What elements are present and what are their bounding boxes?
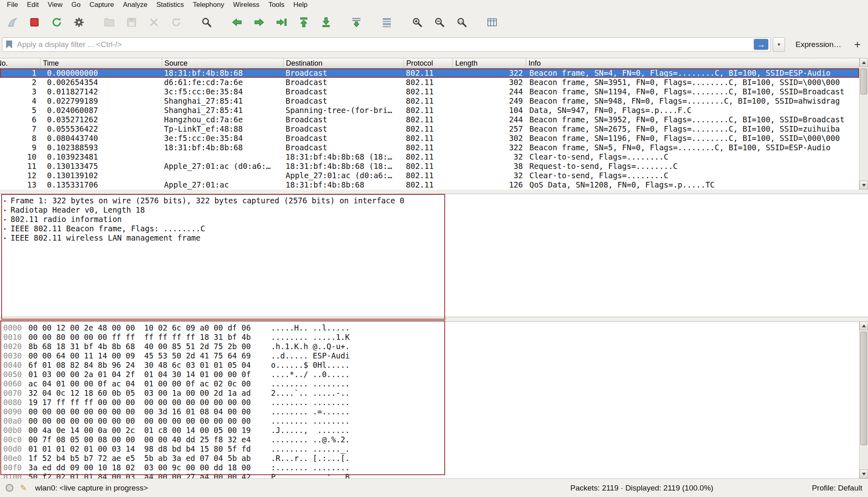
detail-line-1[interactable]: ▸Frame 1: 322 bytes on wire (2576 bits),…	[0, 196, 868, 205]
packet-row-9[interactable]: 90.10238859318:31:bf:4b:8b:68Broadcast80…	[0, 143, 859, 152]
zoom-original-button[interactable]: 1:1	[453, 13, 471, 31]
menu-edit[interactable]: Edit	[22, 0, 43, 10]
find-packet-button[interactable]	[198, 13, 215, 31]
expert-info-icon[interactable]	[6, 484, 13, 492]
capture-options-button[interactable]	[70, 13, 88, 31]
hex-row-0020[interactable]: 00208b 68 18 31 bf 4b 8b 68 40 00 85 51 …	[0, 342, 859, 351]
go-first-button[interactable]	[295, 13, 313, 31]
hex-bytes[interactable]: 32 04 0c 12 18 60 0b 05 03 00 1a 00 00 2…	[28, 388, 251, 397]
detail-line-3[interactable]: ▸802.11 radio information	[0, 215, 868, 224]
scroll-down-button[interactable]	[859, 181, 868, 190]
hex-row-0040[interactable]: 00406f 01 08 82 84 8b 96 24 30 48 6c 03 …	[0, 360, 859, 370]
go-back-button[interactable]	[228, 13, 246, 31]
hex-row-0030[interactable]: 003000 00 64 00 11 14 00 09 45 53 50 2d …	[0, 351, 859, 360]
hex-scrollbar[interactable]	[859, 321, 868, 478]
hex-ascii[interactable]: ..d..... ESP-Audi	[271, 351, 350, 360]
packet-row-11[interactable]: 110.130133475Apple_27:01:ac (d0:a6:…18:3…	[0, 162, 859, 171]
hex-ascii[interactable]: ........ ........	[271, 398, 350, 407]
packet-row-4[interactable]: 40.022799189Shanghai_27:85:41Broadcast80…	[0, 96, 859, 106]
hex-bytes[interactable]: 00 00 64 00 11 14 00 09 45 53 50 2d 41 7…	[28, 351, 251, 360]
hex-row-0010[interactable]: 001000 00 80 00 00 00 ff ff ff ff ff ff …	[0, 333, 859, 342]
hex-bytes[interactable]: 00 00 12 00 2e 48 00 00 10 02 6c 09 a0 0…	[28, 323, 251, 332]
hex-ascii[interactable]: o......$ 0Hl.....	[271, 360, 350, 369]
hex-row-0070[interactable]: 007032 04 0c 12 18 60 0b 05 03 00 1a 00 …	[0, 388, 859, 398]
detail-line-5[interactable]: ▸IEEE 802.11 wireless LAN management fra…	[0, 233, 868, 243]
hex-ascii[interactable]: .h.1.K.h @..Q-u+.	[271, 342, 350, 351]
hex-row-0000[interactable]: 000000 00 12 00 2e 48 00 00 10 02 6c 09 …	[0, 323, 859, 333]
expander-icon[interactable]: ▸	[0, 233, 11, 243]
hex-ascii[interactable]: ....*../ ..0.....	[271, 370, 350, 379]
hex-row-0090[interactable]: 009000 00 00 00 00 00 00 00 00 3d 16 01 …	[0, 407, 859, 416]
expander-icon[interactable]: ▸	[0, 205, 11, 215]
splitter-handle-icon[interactable]	[422, 319, 446, 320]
column-header-length[interactable]: Length	[453, 58, 526, 68]
hex-bytes[interactable]: 01 01 01 02 01 00 03 14 98 d8 bd b4 15 8…	[28, 444, 251, 453]
packet-list-scrollbar[interactable]	[859, 58, 868, 190]
packet-row-13[interactable]: 130.135331706Apple_27:01:ac18:31:bf:4b:8…	[0, 180, 859, 190]
scroll-thumb[interactable]	[860, 332, 867, 445]
hex-bytes[interactable]: 6f 01 08 82 84 8b 96 24 30 48 6c 03 01 0…	[28, 360, 251, 369]
hex-bytes[interactable]: ac 04 01 00 00 0f ac 04 01 00 00 0f ac 0…	[28, 379, 251, 388]
capture-restart-button[interactable]	[48, 13, 66, 31]
hex-row-0100[interactable]: 010050 f2 02 01 01 84 00 03 a4 00 00 27 …	[0, 472, 859, 478]
menu-statistics[interactable]: Statistics	[152, 0, 188, 10]
packet-row-8[interactable]: 80.0804437403e:f5:cc:0e:35:84Broadcast80…	[0, 134, 859, 143]
column-header-destination[interactable]: Destination	[284, 58, 404, 68]
packet-row-10[interactable]: 100.10392348118:31:bf:4b:8b:68 (18:…802.…	[0, 152, 859, 162]
zoom-out-button[interactable]	[431, 13, 448, 31]
scroll-up-button[interactable]	[859, 321, 868, 330]
pane-splitter[interactable]	[0, 317, 868, 321]
column-header-info[interactable]: Info	[526, 58, 859, 68]
filter-bookmark-icon[interactable]	[6, 41, 12, 49]
hex-bytes[interactable]: 00 00 00 00 00 00 00 00 00 3d 16 01 08 0…	[28, 407, 251, 416]
hex-bytes[interactable]: 00 00 80 00 00 00 ff ff ff ff ff ff 18 3…	[28, 333, 251, 341]
hex-row-00b0[interactable]: 00b000 4a 0e 14 00 0a 00 2c 01 c8 00 14 …	[0, 426, 859, 435]
hex-row-00a0[interactable]: 00a000 00 00 00 00 00 00 00 00 00 00 00 …	[0, 416, 859, 426]
detail-line-4[interactable]: ▸IEEE 802.11 Beacon frame, Flags: ......…	[0, 224, 868, 233]
packet-row-6[interactable]: 60.035271262Hangzhou_cd:7a:6eBroadcast80…	[0, 115, 859, 124]
hex-ascii[interactable]: .R...r.. [.:...[.	[271, 454, 350, 463]
column-header-protocol[interactable]: Protocol	[404, 58, 453, 68]
hex-bytes[interactable]: 01 03 00 00 2a 01 04 2f 01 04 30 14 01 0…	[28, 370, 251, 379]
hex-ascii[interactable]: .....H.. ..l.....	[271, 323, 350, 332]
packet-row-7[interactable]: 70.055536422Tp-LinkT_ef:48:88Broadcast80…	[0, 124, 859, 134]
resize-columns-button[interactable]	[483, 13, 501, 31]
packet-row-1[interactable]: 10.00000000018:31:bf:4b:8b:68Broadcast80…	[0, 68, 859, 78]
hex-ascii[interactable]: :....... ........	[271, 463, 350, 472]
expander-icon[interactable]: ▸	[0, 224, 11, 233]
scroll-up-button[interactable]	[859, 58, 868, 67]
menu-capture[interactable]: Capture	[85, 0, 118, 10]
go-forward-button[interactable]	[250, 13, 268, 31]
menu-view[interactable]: View	[43, 0, 67, 10]
hex-bytes[interactable]: 3a ed dd 09 00 10 18 02 03 00 9c 00 00 d…	[28, 463, 251, 472]
hex-row-00e0[interactable]: 00e01f 52 b4 b5 b7 72 ae e5 5b ab 3a ed …	[0, 454, 859, 463]
expander-icon[interactable]: ▸	[0, 196, 11, 205]
menu-help[interactable]: Help	[289, 0, 312, 10]
detail-line-2[interactable]: ▸Radiotap Header v0, Length 18	[0, 205, 868, 215]
hex-ascii[interactable]: ........ .=......	[271, 407, 350, 416]
packet-row-3[interactable]: 30.0118271423c:f5:cc:0e:35:84Broadcast80…	[0, 87, 859, 96]
hex-ascii[interactable]: .J....., .......	[271, 426, 350, 435]
hex-ascii[interactable]: ........ ......_.	[271, 444, 350, 453]
hex-ascii[interactable]: ........ ........	[271, 379, 350, 388]
add-filter-button[interactable]: +	[851, 37, 864, 52]
menu-tools[interactable]: Tools	[264, 0, 289, 10]
menu-file[interactable]: File	[2, 0, 22, 10]
menu-analyze[interactable]: Analyze	[118, 0, 151, 10]
menu-telephony[interactable]: Telephony	[188, 0, 229, 10]
hex-bytes[interactable]: 50 f2 02 01 01 84 00 03 a4 00 00 27 a4 0…	[28, 472, 251, 478]
go-last-button[interactable]	[317, 13, 335, 31]
hex-ascii[interactable]: ........ ........	[271, 416, 350, 425]
filter-dropdown-chevron[interactable]: ▾	[773, 37, 785, 52]
hex-bytes[interactable]: 8b 68 18 31 bf 4b 8b 68 40 00 85 51 2d 7…	[28, 342, 251, 351]
packet-row-12[interactable]: 120.130139102Apple_27:01:ac (d0:a6:…802.…	[0, 171, 859, 180]
go-to-packet-button[interactable]	[273, 13, 290, 31]
menu-wireless[interactable]: Wireless	[228, 0, 264, 10]
hex-bytes[interactable]: 19 17 ff ff ff 00 00 00 00 00 00 00 00 0…	[28, 398, 251, 407]
zoom-in-button[interactable]	[408, 13, 426, 31]
column-header-no[interactable]: No.	[0, 58, 41, 68]
hex-ascii[interactable]: P....... ...'...B	[271, 472, 350, 478]
capture-comment-pencil-icon[interactable]: ✎	[20, 483, 27, 493]
expression-button[interactable]: Expression…	[795, 40, 841, 49]
hex-row-00d0[interactable]: 00d001 01 01 02 01 00 03 14 98 d8 bd b4 …	[0, 444, 859, 454]
